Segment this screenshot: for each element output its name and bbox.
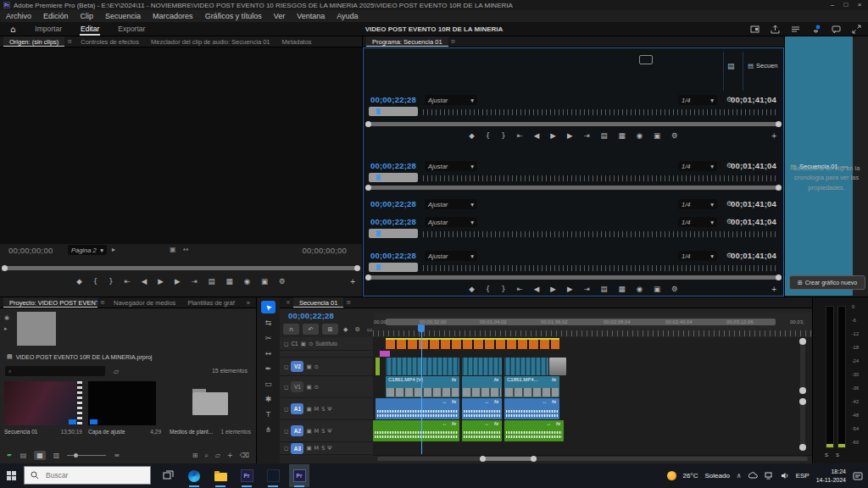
a1-clip[interactable]: ↔ fx — [376, 398, 459, 419]
add-button-editor[interactable]: + — [350, 277, 355, 286]
delete-icon[interactable]: ⌫ — [240, 452, 249, 460]
lock-icon[interactable]: ◻ — [284, 384, 288, 391]
tab-editar[interactable]: Editar — [71, 22, 108, 36]
source-scrollbar[interactable] — [0, 265, 362, 272]
sequence-chip[interactable]: ▤ Secuen — [748, 62, 778, 69]
settings-button[interactable]: ⚙ — [279, 278, 286, 286]
mute-button[interactable]: M — [314, 445, 320, 452]
v1-clip[interactable]: fx — [462, 376, 502, 397]
settings-wrench-icon[interactable]: ⚙ — [353, 326, 361, 333]
project-item-sequence[interactable]: Secuencia 0113;50;19 — [4, 381, 82, 435]
sync-lock-icon[interactable]: ▣ — [306, 406, 311, 413]
taskbar-clock[interactable]: 18:24 14-11-2024 — [816, 468, 846, 483]
a1-clip[interactable]: ↔ fx — [504, 398, 559, 419]
track-a2-header[interactable]: ◻ A2 ▣ M S Ψ — [280, 420, 373, 442]
tab-overflow-chevron[interactable]: » — [241, 297, 256, 308]
timeline-timecode[interactable]: 00;00;22;28 — [288, 311, 334, 320]
eye-icon[interactable]: ⊙ — [314, 384, 319, 391]
go-to-in-button[interactable]: ⇤ — [517, 132, 523, 140]
start-button[interactable] — [0, 471, 22, 480]
rectangle-tool[interactable]: ▭ — [261, 377, 275, 390]
find-icon[interactable]: ⌕ — [204, 452, 208, 460]
weather-desc[interactable]: Soleado — [704, 472, 729, 480]
tab-origen[interactable]: Origen: (sin clips) — [3, 36, 64, 47]
new-bin-icon[interactable]: ▱ — [215, 452, 220, 460]
zoom-fit-select[interactable]: Ajustar▾ — [425, 217, 477, 227]
panel-menu-icon[interactable]: ≡ — [448, 38, 459, 45]
lift-button[interactable]: ▤ — [601, 132, 608, 140]
v2-clip-thumbnail[interactable] — [549, 358, 566, 375]
thumbnail-zoom-slider[interactable] — [67, 455, 106, 456]
go-to-in-button[interactable]: ⇤ — [517, 286, 523, 293]
mark-in-button[interactable]: { — [93, 278, 97, 286]
lift-button[interactable]: ▤ — [209, 278, 215, 286]
panel-menu-icon[interactable]: ≡ — [343, 299, 353, 306]
extract-button[interactable]: ▦ — [619, 132, 626, 140]
task-view-button[interactable] — [158, 464, 178, 487]
step-back-button[interactable]: ◀ — [142, 278, 147, 286]
timeline-vscrollbar[interactable] — [800, 338, 805, 394]
caption-track-header[interactable]: ◻ C1 ▣ ⊙ Subtítulo — [280, 337, 373, 351]
track-a1-content[interactable]: ↔ fx ↔ fx ↔ fx — [373, 398, 812, 421]
add-button-editor[interactable]: + — [771, 285, 776, 294]
timeline-vscrollbar[interactable] — [800, 398, 805, 451]
zoom-fit-select[interactable]: Ajustar▾ — [425, 251, 477, 261]
add-marker-icon[interactable]: ◆ — [342, 326, 349, 333]
clip-fragment[interactable] — [376, 358, 380, 375]
sync-lock-icon[interactable]: ▣ — [306, 384, 311, 391]
sort-icon[interactable]: ≡ — [114, 452, 120, 459]
v2-clip[interactable] — [462, 358, 502, 375]
track-v1-badge[interactable]: V1 — [291, 381, 303, 392]
mute-button[interactable]: M — [314, 406, 320, 413]
menu-ventana[interactable]: Ventana — [291, 12, 331, 20]
project-item-adjustment[interactable]: Capa de ajuste4,29 — [88, 381, 164, 435]
program-timecode[interactable]: 00;00;22;28 — [370, 199, 416, 208]
tab-programa[interactable]: Programa: Secuencia 01 — [366, 36, 448, 47]
v2-clip[interactable] — [504, 358, 548, 375]
export-frame-button[interactable]: ◉ — [244, 278, 250, 286]
track-v1-header[interactable]: ◻ V1 ▣ ⊙ — [280, 376, 373, 398]
quick-export-icon[interactable] — [771, 25, 780, 34]
taskbar-premiere-beta-button[interactable]: Pr — [289, 464, 309, 487]
track-v2-content[interactable] — [373, 358, 812, 377]
program-timecode[interactable]: 00;00;22;28 — [370, 251, 416, 260]
menu-ver[interactable]: Ver — [268, 12, 292, 20]
step-forward-button[interactable]: ▶ — [567, 132, 573, 140]
export-frame-button[interactable]: ◉ — [637, 286, 643, 293]
taskbar-premiere-button[interactable]: Pr — [236, 464, 257, 487]
playback-resolution-select[interactable]: 1/4▾ — [678, 251, 717, 261]
caption-track-content[interactable] — [373, 337, 812, 352]
notification-center-icon[interactable] — [853, 472, 863, 480]
network-icon[interactable] — [765, 472, 774, 480]
add-marker-button[interactable]: ◆ — [469, 286, 475, 293]
tab-mezclador-audio[interactable]: Mezclador del clip de audio: Secuencia 0… — [145, 36, 276, 47]
tab-exportar[interactable]: Exportar — [108, 22, 154, 36]
playback-resolution-select[interactable]: 1/4▾ — [678, 199, 717, 209]
sync-lock-icon[interactable]: ▣ — [306, 445, 311, 452]
track-v2-badge[interactable]: V2 — [291, 361, 303, 372]
new-item-icon[interactable]: + — [227, 452, 233, 460]
taskbar-search-box[interactable] — [24, 466, 151, 485]
program-mini-ruler[interactable] — [364, 228, 783, 239]
add-button-editor[interactable]: + — [771, 131, 776, 141]
export-frame-button[interactable]: ◉ — [637, 132, 643, 140]
project-search-box[interactable]: ⌕ — [5, 366, 105, 376]
playback-resolution-select[interactable]: 1/4▾ — [678, 95, 717, 105]
mark-out-button[interactable]: } — [108, 278, 113, 286]
mute-button[interactable]: M — [314, 428, 320, 435]
a2-clip[interactable]: ↔ fx — [373, 420, 459, 441]
program-mini-ruler[interactable] — [364, 106, 783, 117]
extract-button[interactable]: ▦ — [226, 278, 233, 286]
page-select[interactable]: Página 2▾ — [68, 245, 107, 255]
feedback-chat-icon[interactable] — [832, 25, 841, 34]
program-scrollbar[interactable] — [364, 121, 783, 128]
timeline-settings-icon[interactable]: ⊞ — [322, 324, 338, 335]
tab-navegador-medios[interactable]: Navegador de medios — [108, 297, 181, 308]
eye-icon[interactable]: ⊙ — [309, 341, 313, 347]
settings-button[interactable]: ⚙ — [671, 286, 678, 293]
mark-in-button[interactable]: { — [486, 286, 490, 293]
v1-clip-c1861-2[interactable]: C1861.MP4... fx — [504, 376, 559, 397]
program-scrollbar[interactable] — [364, 274, 783, 281]
step-back-button[interactable]: ◀ — [534, 286, 540, 293]
taskbar-search-input[interactable] — [44, 470, 132, 480]
